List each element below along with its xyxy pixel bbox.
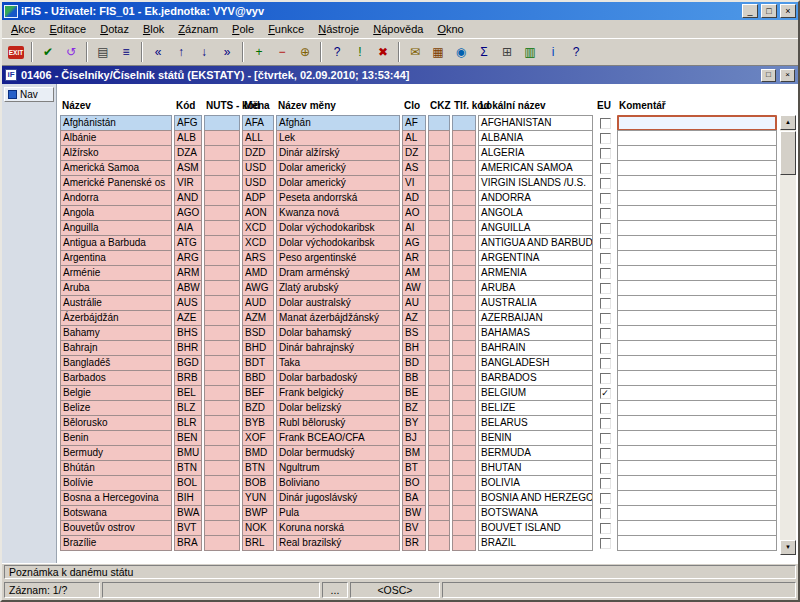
cell-kod[interactable]: AZE bbox=[174, 310, 202, 326]
calculator-button[interactable]: ⊞ bbox=[496, 41, 518, 63]
cell-mena[interactable]: BEF bbox=[242, 385, 274, 401]
cell-clo[interactable]: AI bbox=[402, 220, 426, 236]
cell-nazev[interactable]: Brazílie bbox=[60, 535, 172, 551]
cell-nazev[interactable]: Americká Samoa bbox=[60, 160, 172, 176]
cell-kod[interactable]: ALB bbox=[174, 130, 202, 146]
cell-kod[interactable]: BRB bbox=[174, 370, 202, 386]
cell-ckz[interactable] bbox=[428, 205, 450, 221]
world-button[interactable]: ◉ bbox=[450, 41, 472, 63]
eu-checkbox[interactable] bbox=[595, 430, 615, 446]
cell-ckz[interactable] bbox=[428, 190, 450, 206]
cell-ckz[interactable] bbox=[428, 130, 450, 146]
cell-nuts-kod[interactable] bbox=[204, 475, 240, 491]
cell-clo[interactable]: AM bbox=[402, 265, 426, 281]
cell-kod[interactable]: ASM bbox=[174, 160, 202, 176]
cell-komentar[interactable] bbox=[617, 220, 777, 236]
cell-lokalni-nazev[interactable]: BANGLADESH bbox=[478, 355, 593, 371]
cell-kod[interactable]: AFG bbox=[174, 115, 202, 131]
cell-nazev-meny[interactable]: Frank belgický bbox=[276, 385, 400, 401]
cell-kod[interactable]: AGO bbox=[174, 205, 202, 221]
cell-tlf-kod[interactable] bbox=[452, 130, 476, 146]
cell-nazev[interactable]: Benin bbox=[60, 430, 172, 446]
cell-clo[interactable]: AG bbox=[402, 235, 426, 251]
cell-tlf-kod[interactable] bbox=[452, 490, 476, 506]
cell-nazev[interactable]: Afghánistán bbox=[60, 115, 172, 131]
cell-kod[interactable]: ATG bbox=[174, 235, 202, 251]
menu-item-dotaz[interactable]: Dotaz bbox=[93, 21, 136, 37]
calendar-button[interactable]: ▦ bbox=[427, 41, 449, 63]
eu-checkbox[interactable] bbox=[595, 115, 615, 131]
menu-item-záznam[interactable]: Záznam bbox=[171, 21, 225, 37]
cell-clo[interactable]: BD bbox=[402, 355, 426, 371]
cell-nazev-meny[interactable]: Dolar americký bbox=[276, 160, 400, 176]
cell-lokalni-nazev[interactable]: BARBADOS bbox=[478, 370, 593, 386]
cell-nazev[interactable]: Bouvetův ostrov bbox=[60, 520, 172, 536]
cell-clo[interactable]: AL bbox=[402, 130, 426, 146]
cell-nazev-meny[interactable]: Zlatý arubský bbox=[276, 280, 400, 296]
cell-nazev[interactable]: Bahrajn bbox=[60, 340, 172, 356]
cell-mena[interactable]: AON bbox=[242, 205, 274, 221]
cell-lokalni-nazev[interactable]: BHUTAN bbox=[478, 460, 593, 476]
cell-clo[interactable]: BW bbox=[402, 505, 426, 521]
cell-lokalni-nazev[interactable]: BELGIUM bbox=[478, 385, 593, 401]
cell-ckz[interactable] bbox=[428, 460, 450, 476]
cell-lokalni-nazev[interactable]: BOLIVIA bbox=[478, 475, 593, 491]
cell-clo[interactable]: BJ bbox=[402, 430, 426, 446]
eu-checkbox[interactable] bbox=[595, 295, 615, 311]
cell-nuts-kod[interactable] bbox=[204, 250, 240, 266]
eu-checkbox[interactable] bbox=[595, 145, 615, 161]
cell-ckz[interactable] bbox=[428, 250, 450, 266]
cell-nazev-meny[interactable]: Dolar belizský bbox=[276, 400, 400, 416]
cell-komentar[interactable] bbox=[617, 190, 777, 206]
sum-button[interactable]: Σ bbox=[473, 41, 495, 63]
cell-nuts-kod[interactable] bbox=[204, 490, 240, 506]
eu-checkbox[interactable] bbox=[595, 460, 615, 476]
cell-mena[interactable]: BSD bbox=[242, 325, 274, 341]
cell-nuts-kod[interactable] bbox=[204, 520, 240, 536]
cell-komentar[interactable] bbox=[617, 385, 777, 401]
cell-lokalni-nazev[interactable]: BOSNIA AND HERZEGOVI bbox=[478, 490, 593, 506]
cell-tlf-kod[interactable] bbox=[452, 370, 476, 386]
cell-ckz[interactable] bbox=[428, 235, 450, 251]
cell-komentar[interactable] bbox=[617, 310, 777, 326]
cell-ckz[interactable] bbox=[428, 115, 450, 131]
cell-clo[interactable]: AU bbox=[402, 295, 426, 311]
cell-ckz[interactable] bbox=[428, 490, 450, 506]
cell-kod[interactable]: VIR bbox=[174, 175, 202, 191]
cell-kod[interactable]: AND bbox=[174, 190, 202, 206]
cell-nazev-meny[interactable]: Dinár jugoslávský bbox=[276, 490, 400, 506]
cell-clo[interactable]: AS bbox=[402, 160, 426, 176]
cell-ckz[interactable] bbox=[428, 310, 450, 326]
cell-ckz[interactable] bbox=[428, 445, 450, 461]
cell-tlf-kod[interactable] bbox=[452, 175, 476, 191]
cell-lokalni-nazev[interactable]: BOUVET ISLAND bbox=[478, 520, 593, 536]
cell-mena[interactable]: YUN bbox=[242, 490, 274, 506]
cell-tlf-kod[interactable] bbox=[452, 205, 476, 221]
cell-komentar[interactable] bbox=[617, 445, 777, 461]
cell-tlf-kod[interactable] bbox=[452, 460, 476, 476]
cell-tlf-kod[interactable] bbox=[452, 520, 476, 536]
prev-record-button[interactable]: ↑ bbox=[170, 41, 192, 63]
cell-mena[interactable]: ARS bbox=[242, 250, 274, 266]
cell-kod[interactable]: BGD bbox=[174, 355, 202, 371]
cell-nazev[interactable]: Bělorusko bbox=[60, 415, 172, 431]
cell-clo[interactable]: AW bbox=[402, 280, 426, 296]
cell-nazev[interactable]: Albánie bbox=[60, 130, 172, 146]
cell-tlf-kod[interactable] bbox=[452, 220, 476, 236]
export-excel-button[interactable]: ▥ bbox=[519, 41, 541, 63]
cell-tlf-kod[interactable] bbox=[452, 535, 476, 551]
cell-komentar[interactable] bbox=[617, 175, 777, 191]
cell-clo[interactable]: AR bbox=[402, 250, 426, 266]
cell-nuts-kod[interactable] bbox=[204, 145, 240, 161]
eu-checkbox[interactable] bbox=[595, 445, 615, 461]
cell-nuts-kod[interactable] bbox=[204, 205, 240, 221]
cell-clo[interactable]: AZ bbox=[402, 310, 426, 326]
cell-kod[interactable]: BOL bbox=[174, 475, 202, 491]
cell-lokalni-nazev[interactable]: BENIN bbox=[478, 430, 593, 446]
cell-nazev-meny[interactable]: Peseta andorrská bbox=[276, 190, 400, 206]
cell-clo[interactable]: VI bbox=[402, 175, 426, 191]
attachments-button[interactable]: ✉ bbox=[404, 41, 426, 63]
cell-nazev[interactable]: Americké Panenské os bbox=[60, 175, 172, 191]
minimize-button[interactable]: _ bbox=[742, 4, 758, 18]
menu-item-nástroje[interactable]: Nástroje bbox=[311, 21, 366, 37]
